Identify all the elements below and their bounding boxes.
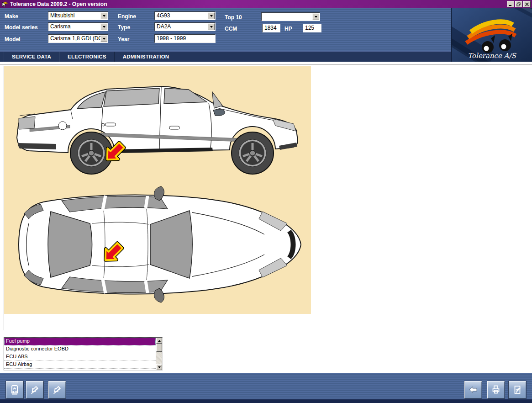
model-label: Model	[5, 35, 21, 43]
close-icon	[525, 2, 529, 6]
main-menu-bar: SERVICE DATA ELECTRONICS ADMINISTRATION	[0, 51, 451, 62]
model-series-label: Model series	[5, 23, 38, 32]
status-strip	[0, 399, 532, 403]
front-wheel	[232, 132, 274, 174]
combo-dropdown-button[interactable]	[208, 12, 215, 19]
engine-label: Engine	[118, 12, 136, 21]
chevron-down-icon	[210, 26, 213, 29]
ccm-label: CCM	[225, 25, 237, 33]
separator-line	[0, 64, 532, 65]
year-label: Year	[118, 35, 129, 43]
list-item[interactable]: ECU Airbag	[4, 361, 156, 369]
engine-value: 4G93	[157, 12, 170, 19]
make-label: Make	[5, 12, 18, 21]
restore-button[interactable]	[515, 1, 522, 7]
combo-dropdown-button[interactable]	[208, 23, 215, 30]
type-select[interactable]: DA2A	[154, 22, 216, 31]
chevron-down-icon	[103, 26, 105, 29]
chevron-down-icon	[103, 15, 105, 18]
jump-section-icon	[52, 384, 63, 395]
window-title: Tolerance Data 2009.2 - Open version	[10, 1, 107, 7]
model-value: Carisma 1,8 GDI (DC	[50, 35, 102, 42]
hp-label: HP	[284, 25, 292, 33]
car-side-view-diagram	[9, 75, 306, 180]
brand-panel: Tolerance A/S	[451, 8, 532, 62]
tab-label: SERVICE DATA	[12, 54, 51, 59]
bottom-toolbar	[0, 373, 532, 403]
list-item-label: Diagnostic connector EOBD	[6, 346, 68, 351]
listbox-scrollbar[interactable]	[156, 338, 162, 370]
minimize-button[interactable]	[507, 1, 514, 7]
jump-previous-button[interactable]	[26, 381, 44, 399]
list-item[interactable]: ECU ABS	[4, 353, 156, 361]
combo-dropdown-button[interactable]	[100, 35, 107, 42]
year-value: 1998 - 1999	[157, 35, 186, 42]
scroll-up-button[interactable]	[156, 338, 162, 344]
list-item-label: Fuel pump	[6, 338, 30, 344]
tab-electronics[interactable]: ELECTRONICS	[59, 52, 115, 62]
component-listbox[interactable]: Fuel pump Diagnostic connector EOBD ECU …	[4, 337, 163, 371]
model-series-value: Carisma	[50, 23, 71, 30]
fuel-pump-icon	[9, 384, 20, 395]
ccm-value: 1834	[264, 25, 277, 31]
brand-logo: Tolerance A/S	[452, 8, 532, 62]
list-item[interactable]: Fuel pump	[4, 338, 156, 345]
tab-label: ADMINISTRATION	[123, 54, 169, 59]
model-select[interactable]: Carisma 1,8 GDI (DC	[48, 34, 108, 43]
model-series-select[interactable]: Carisma	[48, 22, 108, 31]
engine-select[interactable]: 4G93	[154, 11, 216, 20]
year-field[interactable]: 1998 - 1999	[154, 34, 216, 43]
ccm-field[interactable]: 1834	[262, 24, 280, 32]
chevron-down-icon	[315, 16, 317, 19]
arrow-down-icon	[158, 366, 161, 370]
scrollbar-thumb[interactable]	[156, 344, 162, 352]
title-bar: Tolerance Data 2009.2 - Open version	[0, 0, 532, 8]
combo-dropdown-button[interactable]	[312, 13, 319, 20]
print-button[interactable]	[487, 381, 505, 399]
scroll-down-button[interactable]	[156, 364, 162, 370]
combo-dropdown-button[interactable]	[100, 12, 107, 19]
print-icon	[490, 384, 501, 395]
list-item-label: ECU Airbag	[6, 361, 32, 367]
chevron-down-icon	[103, 38, 105, 41]
car-top-view-diagram	[9, 186, 306, 310]
jump-section-icon	[29, 384, 40, 395]
fuel-pump-button[interactable]	[5, 381, 24, 399]
top10-select[interactable]	[261, 12, 320, 21]
content-area: Fuel pump Diagnostic connector EOBD ECU …	[0, 62, 532, 373]
type-value: DA2A	[157, 23, 171, 30]
make-value: Mitsubishi	[50, 12, 74, 19]
back-arrow-icon	[468, 384, 479, 395]
restore-icon	[516, 2, 521, 6]
make-select[interactable]: Mitsubishi	[48, 11, 108, 20]
back-button[interactable]	[464, 381, 482, 399]
minimize-icon	[508, 2, 513, 6]
list-item-label: ECU ABS	[6, 354, 28, 359]
close-button[interactable]	[523, 1, 531, 7]
top10-label: Top 10	[225, 13, 242, 21]
vehicle-diagram-panel	[4, 66, 311, 314]
combo-dropdown-button[interactable]	[100, 23, 107, 30]
tab-service-data[interactable]: SERVICE DATA	[4, 52, 59, 62]
hp-value: 125	[305, 25, 314, 31]
panel-edge-line	[4, 314, 4, 330]
list-item[interactable]: Diagnostic connector EOBD	[4, 345, 156, 353]
chevron-down-icon	[210, 15, 213, 18]
jump-next-button[interactable]	[48, 381, 66, 399]
type-label: Type	[118, 23, 130, 32]
edit-icon	[512, 384, 523, 395]
app-icon	[1, 1, 8, 8]
edit-button[interactable]	[508, 381, 527, 399]
tab-label: ELECTRONICS	[68, 54, 106, 59]
tab-administration[interactable]: ADMINISTRATION	[115, 52, 178, 62]
brand-name: Tolerance A/S	[468, 52, 516, 60]
hp-field[interactable]: 125	[303, 24, 321, 32]
arrow-up-icon	[158, 339, 161, 342]
